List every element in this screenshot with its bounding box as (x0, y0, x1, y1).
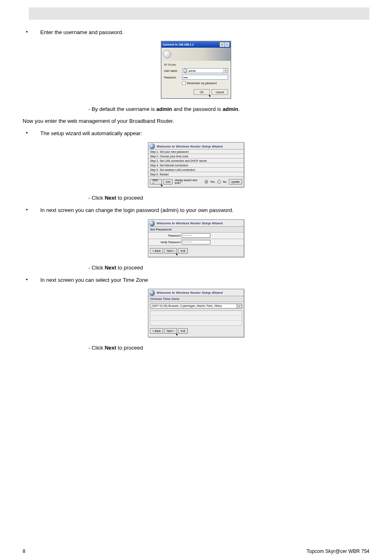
wizard-title-row: Welcome to Wireless Router Setup Wizard (148, 289, 244, 296)
next-button[interactable]: Next > (164, 248, 177, 253)
note-default-credentials: - By default the username is admin and t… (88, 106, 369, 112)
bullet-change-password: • In next screen you can change the logi… (23, 207, 369, 214)
grey-header-bar (29, 7, 369, 20)
realm-label: AP Router (164, 63, 228, 66)
next-button[interactable]: Next > (164, 328, 177, 334)
page-footer: 8 Topcom Skyr@cer WBR 754 (23, 548, 369, 554)
username-value: admin (189, 69, 196, 72)
wizard-footer: Next > Exit display wizard next time? Ye… (148, 177, 244, 187)
bullet-text: The setup wizard will automatically appe… (40, 130, 369, 137)
wizard-title: Welcome to Wireless Router Setup Wizard (157, 291, 223, 295)
globe-icon (149, 221, 155, 226)
username-label: User name: (164, 69, 182, 72)
bold-admin-1: admin (156, 106, 172, 112)
bullet-dot: • (23, 130, 40, 137)
password-value: ••••• (183, 76, 188, 79)
figure-wizard-password: Welcome to Wireless Router Setup Wizard … (23, 219, 369, 257)
wizard-step: Step 6. Restart (148, 172, 244, 177)
figure-login-dialog: Connect to 192.168.1.1 ? × AP Router Use… (23, 41, 369, 99)
radio-no-label: No (223, 180, 226, 183)
bullet-enter-credentials: • Enter the username and password. (23, 29, 369, 36)
username-row: User name: admin ▾ (164, 68, 228, 73)
wizard-title: Welcome to Wireless Router Setup Wizard (157, 145, 223, 148)
display-next-label: display wizard next time? (175, 179, 202, 184)
bold-next: Next (105, 265, 116, 271)
wizard-steps-panel: Welcome to Wireless Router Setup Wizard … (148, 142, 244, 187)
bold-next: Next (105, 345, 116, 351)
dialog-title: Connect to 192.168.1.1 (163, 43, 194, 46)
wizard-timezone-panel: Welcome to Wireless Router Setup Wizard … (148, 289, 244, 337)
globe-icon (149, 290, 155, 296)
text: - By default the username is (88, 106, 156, 112)
keys-icon (163, 50, 171, 58)
bullet-dot: • (23, 207, 40, 214)
cancel-button[interactable]: Cancel (212, 89, 228, 95)
wizard-step: Step 4. Set internet connection (148, 163, 244, 168)
remember-row[interactable]: Remember my password (182, 81, 228, 85)
text: to proceed (116, 265, 143, 271)
radio-no[interactable] (217, 180, 221, 184)
next-button[interactable]: Next > (150, 179, 162, 184)
wizard-subtitle: Set Password (148, 227, 244, 233)
back-button[interactable]: < Back (150, 248, 163, 253)
bold-next: Next (105, 195, 116, 201)
body-now-enter: Now you enter the web management of your… (23, 118, 369, 124)
text: - Click (88, 265, 105, 271)
ok-button[interactable]: OK (194, 89, 210, 95)
text: to proceed (116, 345, 143, 351)
timezone-value: (GMT+01:00) Brussels, Copenhagen, Madrid… (152, 304, 222, 307)
text: and the password is (172, 106, 223, 112)
dialog-body: AP Router User name: admin ▾ Password: •… (161, 61, 231, 98)
username-input[interactable]: admin ▾ (182, 68, 228, 73)
exit-button[interactable]: Exit (178, 248, 188, 253)
page-number: 8 (23, 548, 25, 554)
wizard-footer: < Back Next > Exit (148, 246, 244, 257)
login-dialog: Connect to 192.168.1.1 ? × AP Router Use… (161, 41, 231, 99)
page: • Enter the username and password. Conne… (0, 7, 392, 555)
dialog-buttons: OK Cancel (164, 89, 228, 95)
text: to proceed (116, 195, 143, 201)
titlebar-buttons: ? × (220, 42, 229, 47)
radio-yes-label: Yes (210, 180, 214, 183)
close-icon[interactable]: × (225, 42, 229, 47)
update-button[interactable]: update (229, 179, 242, 184)
password-input[interactable]: ••••• (182, 75, 228, 80)
exit-button[interactable]: Exit (163, 179, 173, 184)
wizard-title-row: Welcome to Wireless Router Setup Wizard (148, 143, 244, 150)
bullet-wizard-appear: • The setup wizard will automatically ap… (23, 130, 369, 137)
timezone-select[interactable]: (GMT+01:00) Brussels, Copenhagen, Madrid… (150, 304, 242, 309)
wizard-title-row: Welcome to Wireless Router Setup Wizard (148, 220, 244, 227)
back-button[interactable]: < Back (150, 328, 163, 334)
bullet-text: In next screen you can change the login … (40, 207, 369, 214)
bullet-timezone: • In next screen you can select your Tim… (23, 276, 369, 284)
password-row: Password ••••••••••• (148, 233, 244, 239)
password-row: Password: ••••• (164, 75, 228, 80)
note-click-next-3: - Click Next to proceed (88, 345, 369, 351)
remember-checkbox[interactable] (182, 81, 186, 85)
figure-wizard-timezone: Welcome to Wireless Router Setup Wizard … (23, 289, 369, 337)
text: - Click (88, 345, 105, 351)
wizard-step: Step 1. Set your new password (148, 150, 244, 154)
password-input[interactable]: ••••••••••• (182, 233, 210, 238)
wizard-step: Step 2. Choose your time zone (148, 154, 244, 159)
figure-wizard-steps: Welcome to Wireless Router Setup Wizard … (23, 142, 369, 187)
wizard-title: Welcome to Wireless Router Setup Wizard (157, 221, 223, 225)
chevron-down-icon[interactable]: ▾ (223, 69, 228, 73)
exit-button[interactable]: Exit (178, 328, 188, 334)
note-click-next-2: - Click Next to proceed (88, 265, 369, 271)
text: - Click (88, 195, 105, 201)
verify-password-row: Verify Password ••••••••••• (148, 239, 244, 246)
bullet-text: Enter the username and password. (40, 29, 369, 36)
verify-password-input[interactable]: ••••••••••• (182, 240, 210, 244)
wizard-footer: < Back Next > Exit (148, 326, 244, 337)
password-label: Password: (164, 76, 182, 79)
globe-icon (149, 143, 155, 149)
password-label: Password (150, 234, 182, 237)
help-icon[interactable]: ? (220, 42, 224, 47)
radio-yes[interactable] (205, 180, 208, 184)
wizard-step: Step 5. Set wireless LAN connection (148, 168, 244, 172)
chevron-down-icon[interactable]: ▾ (237, 304, 242, 308)
dialog-banner (161, 48, 231, 61)
dialog-titlebar: Connect to 192.168.1.1 ? × (161, 41, 231, 48)
wizard-subtitle: Choose Time Zone (148, 296, 244, 302)
